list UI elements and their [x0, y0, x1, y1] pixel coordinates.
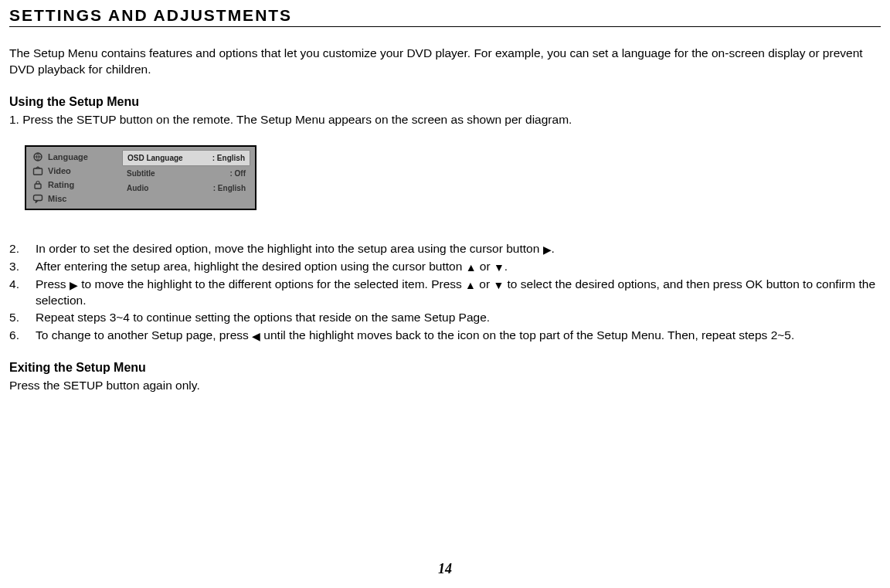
up-arrow-icon: ▲	[465, 279, 476, 291]
step-5: Repeat steps 3~4 to continue setting the…	[9, 310, 881, 326]
svg-rect-2	[35, 184, 41, 189]
option-value: : English	[212, 154, 245, 162]
svg-rect-1	[34, 168, 42, 175]
right-arrow-icon: ▶	[70, 279, 78, 291]
step-1: 1. Press the SETUP button on the remote.…	[9, 112, 881, 128]
section-title: SETTINGS AND ADJUSTMENTS	[9, 6, 881, 27]
svg-rect-3	[34, 195, 42, 200]
menu-item-language: Language	[26, 150, 117, 164]
using-setup-title: Using the Setup Menu	[9, 95, 881, 109]
setup-menu-left-column: Language Video Rating Misc	[26, 147, 117, 209]
down-arrow-icon: ▼	[494, 261, 504, 274]
up-arrow-icon: ▲	[466, 261, 477, 274]
intro-text: The Setup Menu contains features and opt…	[9, 46, 881, 78]
step-6: To change to another Setup page, press ◀…	[9, 328, 881, 344]
option-label: Audio	[127, 184, 148, 192]
menu-item-rating: Rating	[26, 178, 117, 192]
page-number: 14	[0, 561, 890, 577]
step-3: After entering the setup area, highlight…	[9, 259, 881, 275]
menu-item-video: Video	[26, 164, 117, 178]
tv-icon	[32, 166, 43, 175]
menu-item-misc: Misc	[26, 192, 117, 206]
steps-list: In order to set the desired option, move…	[9, 241, 881, 345]
step-4: Press ▶ to move the highlight to the dif…	[9, 277, 881, 309]
step-2: In order to set the desired option, move…	[9, 241, 881, 257]
exiting-title: Exiting the Setup Menu	[9, 361, 881, 375]
option-label: Subtitle	[127, 169, 155, 178]
exiting-text: Press the SETUP button again only.	[9, 378, 881, 394]
option-osd-language: OSD Language : English	[122, 150, 250, 166]
speech-icon	[32, 194, 43, 203]
right-arrow-icon: ▶	[543, 243, 552, 256]
option-audio: Audio : English	[122, 181, 250, 195]
left-arrow-icon: ◀	[252, 330, 260, 342]
menu-label-video: Video	[48, 166, 71, 175]
option-value: : Off	[229, 169, 246, 178]
menu-label-language: Language	[48, 152, 88, 161]
down-arrow-icon: ▼	[493, 279, 504, 291]
menu-label-misc: Misc	[48, 194, 66, 203]
lock-icon	[32, 180, 43, 189]
setup-menu-diagram: Language Video Rating Misc OSD Language …	[25, 145, 256, 210]
globe-icon	[32, 152, 43, 161]
option-subtitle: Subtitle : Off	[122, 166, 250, 181]
option-value: : English	[213, 184, 246, 192]
option-label: OSD Language	[127, 154, 183, 162]
menu-label-rating: Rating	[48, 180, 74, 189]
setup-menu-right-column: OSD Language : English Subtitle : Off Au…	[117, 147, 255, 209]
